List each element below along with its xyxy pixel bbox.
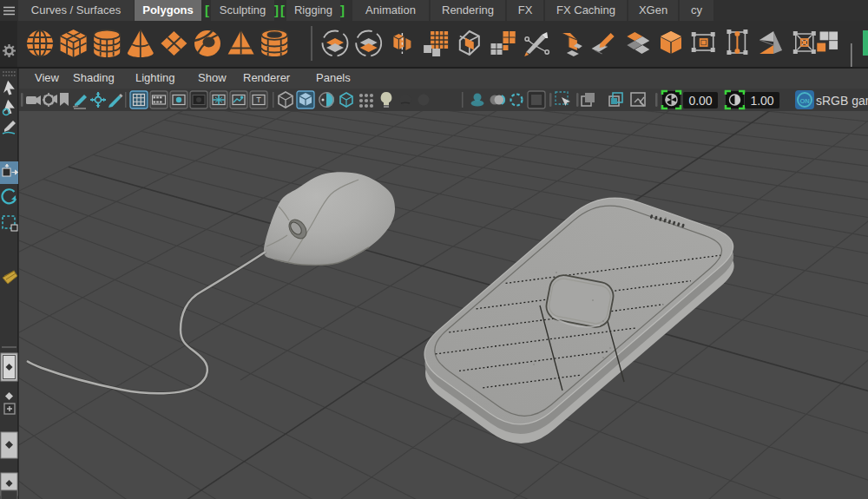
svg-text:T: T [256, 95, 261, 104]
svg-text:sRGB gam: sRGB gam [816, 94, 868, 108]
svg-text:ON: ON [799, 97, 809, 105]
svg-text:1.00: 1.00 [750, 94, 773, 108]
svg-text:0.00: 0.00 [688, 94, 712, 108]
